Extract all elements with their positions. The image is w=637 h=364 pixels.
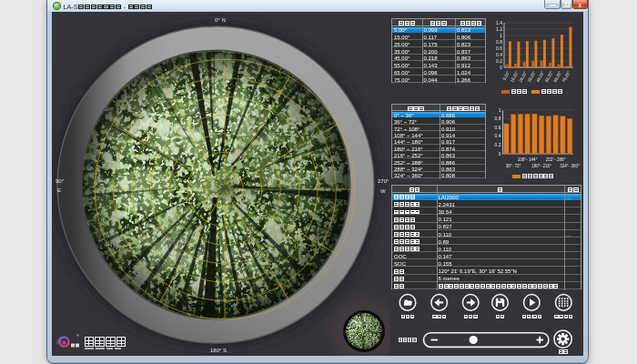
- svg-text:324°- 360°: 324°- 360°: [560, 164, 580, 168]
- svg-text:0: 0: [499, 151, 501, 157]
- svg-text:1.2: 1.2: [496, 26, 502, 32]
- svg-text:180°- 216°: 180°- 216°: [531, 164, 551, 168]
- svg-text:0.8: 0.8: [495, 116, 501, 121]
- svg-text:108°- 144°: 108°- 144°: [518, 157, 538, 162]
- svg-text:5.00°: 5.00°: [502, 70, 511, 81]
- svg-text:0.2: 0.2: [495, 142, 501, 147]
- svg-text:1: 1: [500, 33, 502, 38]
- svg-text:252°- 288°: 252°- 288°: [546, 157, 566, 162]
- svg-text:0.6: 0.6: [496, 46, 502, 51]
- svg-text:0.4: 0.4: [495, 133, 501, 138]
- svg-text:0.4: 0.4: [496, 52, 502, 57]
- svg-text:1: 1: [499, 107, 501, 113]
- svg-text:75.00°: 75.00°: [561, 70, 571, 83]
- svg-text:0.6: 0.6: [495, 125, 501, 130]
- svg-text:1.4: 1.4: [496, 20, 502, 25]
- svg-text:36°- 72°: 36°- 72°: [506, 164, 521, 168]
- svg-text:0: 0: [500, 65, 502, 70]
- svg-text:0.2: 0.2: [496, 58, 502, 64]
- svg-text:0.8: 0.8: [496, 39, 502, 45]
